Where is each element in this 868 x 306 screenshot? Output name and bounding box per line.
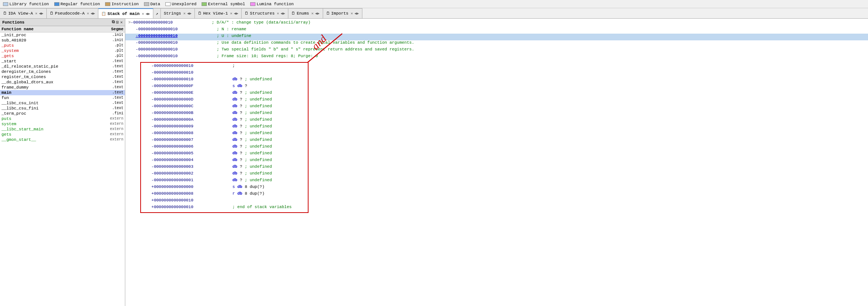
code-line: -0000000000000010 ; Two special fields "… bbox=[125, 47, 868, 54]
panel-dock-btn[interactable]: ⊡ bbox=[116, 20, 119, 25]
func-row[interactable]: sub_401020 .init bbox=[0, 38, 125, 43]
panel-header-controls[interactable]: ⧉ ⊡ ✕ bbox=[112, 20, 123, 25]
functions-panel: Functions ⧉ ⊡ ✕ Function name Segme _ini… bbox=[0, 19, 125, 306]
tab-extra-nav[interactable]: ↗ bbox=[153, 8, 161, 18]
tab-nav-ida[interactable]: ◀▶ bbox=[39, 11, 43, 16]
code-line: -0000000000000010 ; N : rename bbox=[125, 27, 868, 34]
arrow-nav-icon: ↗ bbox=[156, 11, 158, 16]
legend-label-external: External symbol bbox=[208, 2, 245, 6]
tab-structures[interactable]: 🗒 Structures ✕ ◀▶ bbox=[242, 8, 288, 18]
legend-item-regular: Regular function bbox=[54, 2, 100, 6]
panel-float-btn[interactable]: ⧉ bbox=[112, 20, 115, 25]
tab-nav-structures[interactable]: ◀▶ bbox=[280, 11, 285, 16]
code-line: -0000000000000001 db ? ; undefined bbox=[141, 178, 308, 185]
legend-item-external: External symbol bbox=[202, 2, 245, 6]
func-list[interactable]: _init_proc .init sub_401020 .init _puts … bbox=[0, 33, 125, 306]
tab-close-imports[interactable]: ✕ bbox=[351, 11, 353, 16]
func-row[interactable]: __gmon_start__ extern bbox=[0, 137, 125, 142]
legend-label-data: Data bbox=[150, 2, 160, 6]
code-line-end: +0000000000000010 ; end of stack variabl… bbox=[141, 205, 308, 211]
stack-box: -0000000000000010 ; -0000000000000010 -0… bbox=[140, 62, 309, 213]
code-line: -0000000000000007 db ? ; undefined bbox=[141, 137, 308, 144]
func-row[interactable]: _init_proc .init bbox=[0, 33, 125, 38]
legend-item-unexplored: Unexplored bbox=[165, 2, 196, 6]
tab-close-enums[interactable]: ✕ bbox=[311, 11, 313, 16]
tab-icon-hex: 🗒 bbox=[198, 11, 202, 16]
tab-label-enums: Enums bbox=[297, 11, 309, 16]
func-row[interactable]: __libc_csu_fini .text bbox=[0, 106, 125, 111]
panel-close-btn[interactable]: ✕ bbox=[120, 20, 123, 25]
tab-hex-view-1[interactable]: 🗒 Hex View-1 ✕ ◀▶ bbox=[195, 8, 242, 18]
tab-close-structures[interactable]: ✕ bbox=[277, 11, 279, 16]
col-header-seg: Segme bbox=[97, 27, 123, 31]
tab-nav-hex[interactable]: ◀▶ bbox=[234, 11, 238, 16]
func-row[interactable]: _term_proc .fini bbox=[0, 111, 125, 116]
tab-nav-imports[interactable]: ◀▶ bbox=[355, 11, 359, 16]
legend-color-unexplored bbox=[165, 2, 171, 6]
code-line: -0000000000000003 db ? ; undefined bbox=[141, 164, 308, 171]
legend-label-library: Library function bbox=[9, 2, 49, 6]
tab-nav-enums[interactable]: ◀▶ bbox=[315, 11, 319, 16]
legend-color-regular bbox=[54, 2, 59, 6]
tab-close-ida[interactable]: ✕ bbox=[35, 11, 37, 16]
functions-panel-title: Functions bbox=[2, 20, 24, 25]
tab-ida-view-a[interactable]: 🗒 IDA View-A ✕ ◀▶ bbox=[0, 8, 47, 18]
tab-label-imports: Imports bbox=[331, 11, 349, 16]
legend-label-regular: Regular function bbox=[61, 2, 100, 6]
legend-bar: Library function Regular function Instru… bbox=[0, 0, 868, 8]
tab-strings[interactable]: Strings ✕ ◀▶ bbox=[161, 8, 195, 18]
code-line: -0000000000000005 db ? ; undefined bbox=[141, 151, 308, 158]
func-row[interactable]: register_tm_clones .text bbox=[0, 74, 125, 80]
func-row[interactable]: deregister_tm_clones .text bbox=[0, 69, 125, 74]
func-row[interactable]: _dl_relocate_static_pie .text bbox=[0, 64, 125, 69]
code-line: -000000000000000F s db ? bbox=[141, 84, 308, 90]
code-line: +0000000000000000 s db 8 dup(?) bbox=[141, 185, 308, 191]
legend-label-instruction: Instruction bbox=[111, 2, 139, 6]
func-row[interactable]: fun .text bbox=[0, 95, 125, 101]
tab-enums[interactable]: 🗒 Enums ✕ ◀▶ bbox=[288, 8, 323, 18]
tab-stack-of-main[interactable]: 📋 Stack of main ✕ ◀▶ bbox=[98, 8, 153, 18]
code-line: -0000000000000010 ; Frame size: 10; Save… bbox=[125, 54, 868, 61]
legend-color-lumina bbox=[250, 2, 255, 6]
func-row[interactable]: _start .text bbox=[0, 59, 125, 64]
tab-close-pseudo[interactable]: ✕ bbox=[87, 11, 89, 16]
tab-nav-pseudo[interactable]: ◀▶ bbox=[91, 11, 95, 16]
func-row[interactable]: __do_global_dtors_aux .text bbox=[0, 80, 125, 85]
functions-panel-header: Functions ⧉ ⊡ ✕ bbox=[0, 19, 125, 26]
code-line: -0000000000000008 db ? ; undefined bbox=[141, 131, 308, 137]
code-line: > -0000000000000010 ; D/A/* : change typ… bbox=[125, 20, 868, 27]
func-row[interactable]: gets extern bbox=[0, 132, 125, 137]
func-row[interactable]: _system .plt bbox=[0, 48, 125, 53]
func-row[interactable]: system extern bbox=[0, 121, 125, 127]
code-line: -0000000000000009 db ? ; undefined bbox=[141, 124, 308, 131]
code-line: -0000000000000010 db ? ; undefined bbox=[141, 77, 308, 84]
func-row[interactable]: __libc_csu_init .text bbox=[0, 101, 125, 106]
code-line: -000000000000000E db ? ; undefined bbox=[141, 90, 308, 97]
tab-icon-pseudo: 🗒 bbox=[50, 11, 53, 16]
tab-nav-strings[interactable]: ◀▶ bbox=[187, 11, 191, 16]
legend-item-data: Data bbox=[144, 2, 160, 6]
func-row[interactable]: frame_dummy .text bbox=[0, 85, 125, 90]
tab-icon-imports: 🗒 bbox=[326, 11, 330, 16]
code-panel[interactable]: > -0000000000000010 ; D/A/* : change typ… bbox=[125, 19, 868, 306]
tab-nav-stack[interactable]: ◀▶ bbox=[145, 12, 150, 16]
code-line: -0000000000000010 bbox=[141, 70, 308, 77]
code-line: -0000000000000010 ; bbox=[141, 64, 308, 70]
code-line: -0000000000000002 db ? ; undefined bbox=[141, 171, 308, 178]
main-layout: Functions ⧉ ⊡ ✕ Function name Segme _ini… bbox=[0, 19, 868, 306]
stack-variables-region: -0000000000000010 ; -0000000000000010 -0… bbox=[140, 62, 853, 213]
tab-close-hex[interactable]: ✕ bbox=[230, 11, 232, 16]
func-row[interactable]: _gets .plt bbox=[0, 53, 125, 59]
func-row[interactable]: __libc_start_main extern bbox=[0, 127, 125, 132]
tab-close-strings[interactable]: ✕ bbox=[183, 11, 185, 16]
func-row[interactable]: puts extern bbox=[0, 116, 125, 121]
func-row-main[interactable]: main .text bbox=[0, 90, 125, 95]
legend-color-library bbox=[3, 2, 8, 6]
legend-color-instruction bbox=[105, 2, 110, 6]
tab-imports[interactable]: 🗒 Imports ✕ ◀▶ bbox=[323, 8, 362, 18]
func-row[interactable]: _puts .plt bbox=[0, 43, 125, 48]
tab-pseudocode-a[interactable]: 🗒 Pseudocode-A ✕ ◀▶ bbox=[47, 8, 98, 18]
tab-label-structures: Structures bbox=[250, 11, 274, 16]
tab-close-stack[interactable]: ✕ bbox=[142, 12, 144, 16]
tab-bar: 🗒 IDA View-A ✕ ◀▶ 🗒 Pseudocode-A ✕ ◀▶ 📋 … bbox=[0, 8, 868, 19]
